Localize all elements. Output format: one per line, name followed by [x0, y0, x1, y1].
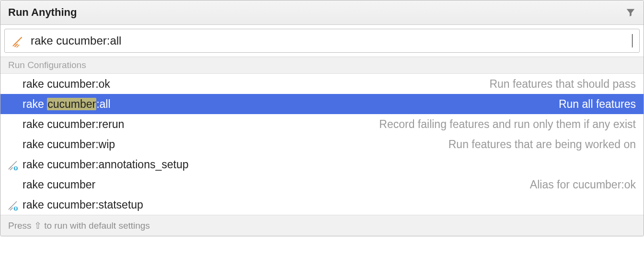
svg-line-6	[11, 168, 13, 170]
match-highlight: cucumber	[47, 98, 96, 110]
svg-line-3	[17, 45, 19, 47]
svg-line-1	[13, 43, 16, 46]
result-row[interactable]: rake cucumber:statsetup	[0, 195, 644, 215]
command-description: Run features that should pass	[489, 78, 636, 91]
svg-line-12	[11, 208, 13, 210]
hint-pre: Press	[8, 221, 34, 231]
result-row[interactable]: rake cucumber:allRun all features	[0, 94, 644, 114]
results-list: rake cucumber:okRun features that should…	[0, 74, 644, 215]
command-text: rake cucumber:ok	[23, 78, 110, 91]
result-row[interactable]: rake cucumber:annotations_setup	[0, 154, 644, 175]
command-description: Run features that are being worked on	[448, 138, 636, 151]
svg-rect-15	[15, 209, 16, 210]
command-description: Alias for cucumber:ok	[530, 178, 636, 191]
search-box[interactable]: rake cucumber:all	[4, 29, 640, 53]
svg-line-5	[9, 167, 11, 169]
search-input[interactable]: rake cucumber:all	[31, 34, 632, 47]
command-text: rake cucumber:statsetup	[23, 198, 143, 211]
svg-line-11	[9, 207, 11, 209]
text-caret	[632, 34, 632, 47]
hint-post: to run with default settings	[42, 221, 150, 231]
run-anything-window: Run Anything rake cucumber:all Run Confi…	[0, 0, 644, 236]
command-description: Record failing features and run only the…	[379, 118, 636, 131]
filter-icon[interactable]	[625, 7, 636, 18]
result-row[interactable]: rake cucumberAlias for cucumber:ok	[0, 175, 644, 195]
header-bar: Run Anything	[0, 0, 644, 25]
rake-icon	[12, 34, 25, 47]
footer-hint: Press ⇧ to run with default settings	[0, 215, 644, 236]
result-row[interactable]: rake cucumber:wipRun features that are b…	[0, 134, 644, 154]
command-text: rake cucumber:all	[23, 98, 111, 111]
section-header: Run Configurations	[0, 57, 644, 74]
shift-key: ⇧	[34, 221, 42, 231]
command-text: rake cucumber:annotations_setup	[23, 158, 189, 171]
result-row[interactable]: rake cucumber:rerunRecord failing featur…	[0, 114, 644, 134]
svg-rect-9	[15, 169, 16, 170]
window-title: Run Anything	[8, 6, 77, 19]
svg-rect-14	[15, 207, 16, 209]
command-text: rake cucumber	[23, 178, 95, 191]
result-row[interactable]: rake cucumber:okRun features that should…	[0, 74, 644, 94]
search-row: rake cucumber:all	[0, 25, 644, 57]
svg-rect-8	[15, 167, 16, 169]
svg-line-2	[15, 44, 17, 47]
command-text: rake cucumber:rerun	[23, 118, 124, 131]
rake-config-icon	[7, 158, 23, 171]
command-text: rake cucumber:wip	[23, 138, 115, 151]
command-description: Run all features	[559, 98, 636, 111]
rake-config-icon	[7, 198, 23, 211]
